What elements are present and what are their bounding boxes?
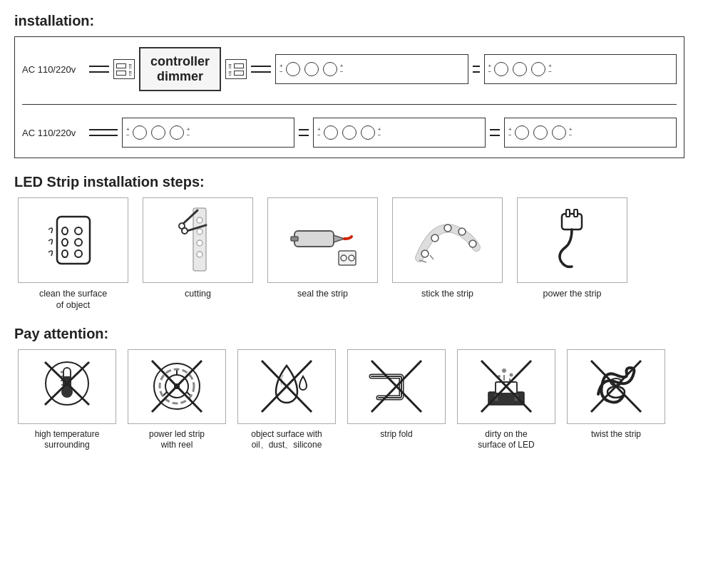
mid-wires-1 — [251, 66, 271, 73]
attention-row: high temperaturesurrounding — [14, 349, 699, 451]
svg-rect-31 — [574, 210, 578, 217]
svg-point-9 — [197, 229, 202, 234]
input-wires-1 — [89, 66, 109, 73]
att-4-icon — [364, 355, 429, 418]
row2-mid-wire-2 — [490, 129, 500, 136]
att-6-icon — [584, 355, 648, 418]
att-1-label: high temperaturesurrounding — [35, 429, 100, 451]
step-5-label: power the strip — [543, 288, 602, 299]
ac-label-1: AC 110/220v — [22, 64, 85, 75]
step-5-item: power the strip — [513, 197, 631, 299]
att-1-item: high temperaturesurrounding — [14, 349, 120, 451]
att-2-icon — [145, 355, 209, 418]
step-3-label: seal the strip — [297, 288, 348, 299]
svg-point-6 — [75, 250, 82, 257]
att-2-item: power led stripwith reel — [124, 349, 230, 451]
svg-line-28 — [430, 255, 434, 259]
att-5-icon — [474, 355, 538, 418]
diagram-row-2: AC 110/220v +− +− +− — [22, 118, 677, 148]
att-6-icon-box — [567, 349, 665, 424]
svg-point-11 — [197, 252, 202, 257]
att-3-item: object surface withoil、dust、silicone — [234, 349, 339, 451]
att-6-label: twist the strip — [591, 429, 641, 440]
step-3-icon-box — [267, 197, 378, 283]
att-5-item: dirty on thesurface of LED — [453, 349, 559, 451]
att-4-icon-box — [347, 349, 446, 424]
svg-point-4 — [75, 227, 82, 234]
svg-point-1 — [62, 227, 68, 234]
svg-point-3 — [62, 250, 68, 257]
att-3-icon — [255, 355, 319, 418]
att-4-label: strip fold — [380, 429, 412, 440]
step-4-icon-box — [392, 197, 503, 283]
svg-point-25 — [458, 228, 466, 235]
step-1-item: clean the surfaceof object — [14, 197, 132, 311]
step-4-label: stick the strip — [421, 288, 473, 299]
input-wires-2 — [89, 129, 118, 136]
svg-point-24 — [444, 225, 451, 232]
svg-point-60 — [510, 373, 513, 377]
seg-connector-wire-1 — [473, 66, 480, 73]
svg-point-21 — [349, 255, 354, 261]
steps-row: clean the surfaceof object — [14, 197, 699, 311]
installation-diagram: AC 110/220v ⣿ ⣿ controller dimme — [14, 36, 684, 158]
svg-point-10 — [197, 240, 202, 246]
svg-rect-29 — [562, 214, 582, 229]
small-connector-left: ⣿ ⣿ — [113, 59, 135, 79]
diagram-row-1: AC 110/220v ⣿ ⣿ controller dimme — [22, 47, 677, 91]
att-6-item: twist the strip — [563, 349, 669, 440]
step-2-icon — [166, 205, 230, 276]
att-1-icon — [35, 355, 99, 418]
svg-rect-16 — [294, 231, 334, 247]
svg-point-22 — [421, 250, 429, 257]
small-connector-right-controller: ⣿ ⣿ — [225, 59, 247, 79]
step-2-item: cutting — [139, 197, 257, 299]
step-5-icon-box — [517, 197, 627, 283]
steps-section: LED Strip installation steps: — [14, 174, 699, 311]
step-3-icon — [287, 208, 359, 272]
step-3-item: seal the strip — [264, 197, 381, 299]
step-4-icon — [412, 208, 483, 272]
step-4-item: stick the strip — [389, 197, 506, 299]
svg-rect-30 — [566, 210, 570, 217]
led-strip-seg-2: +− +− — [484, 54, 677, 84]
step-5-icon — [544, 208, 601, 272]
att-5-icon-box — [457, 349, 555, 424]
step-2-label: cutting — [185, 288, 211, 299]
step-2-icon-box — [143, 197, 253, 283]
svg-rect-18 — [291, 237, 298, 241]
svg-point-2 — [62, 239, 68, 246]
svg-point-20 — [341, 255, 347, 261]
led-strip-row2-seg-1: +− +− — [122, 118, 294, 148]
svg-marker-17 — [334, 235, 344, 242]
led-strip-seg-1: +− +− — [275, 54, 468, 84]
step-1-icon-box — [18, 197, 128, 283]
att-2-label: power led stripwith reel — [149, 429, 205, 451]
svg-point-8 — [197, 217, 202, 223]
att-4-item: strip fold — [344, 349, 449, 440]
installation-title: installation: — [14, 13, 699, 29]
controller-dimmer-box: controller dimmer — [139, 47, 221, 91]
diagram-divider — [22, 104, 677, 105]
svg-point-26 — [469, 240, 476, 247]
steps-title: LED Strip installation steps: — [14, 174, 699, 190]
svg-point-5 — [75, 239, 82, 246]
svg-point-59 — [502, 368, 506, 373]
led-strip-row2-seg-3: +− +− — [504, 118, 677, 148]
step-1-label: clean the surfaceof object — [39, 288, 107, 311]
row2-mid-wire-1 — [299, 129, 309, 136]
att-3-icon-box — [237, 349, 336, 424]
attention-title: Pay attention: — [14, 326, 699, 342]
att-5-label: dirty on thesurface of LED — [478, 429, 534, 451]
installation-section: installation: AC 110/220v ⣿ ⣿ — [14, 13, 699, 158]
att-3-label: object surface withoil、dust、silicone — [251, 429, 322, 451]
led-strip-row2-seg-2: +− +− — [313, 118, 486, 148]
ac-label-2: AC 110/220v — [22, 128, 85, 138]
svg-point-23 — [431, 234, 438, 242]
att-1-icon-box — [18, 349, 116, 424]
step-1-icon — [41, 208, 106, 272]
att-2-icon-box — [128, 349, 226, 424]
attention-section: Pay attention: — [14, 326, 699, 451]
